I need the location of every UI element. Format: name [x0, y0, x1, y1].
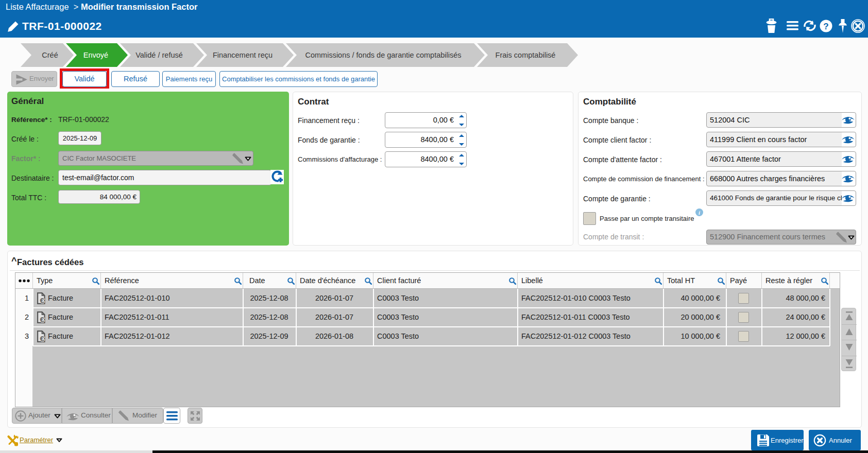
svg-text:?: ? — [823, 22, 828, 31]
